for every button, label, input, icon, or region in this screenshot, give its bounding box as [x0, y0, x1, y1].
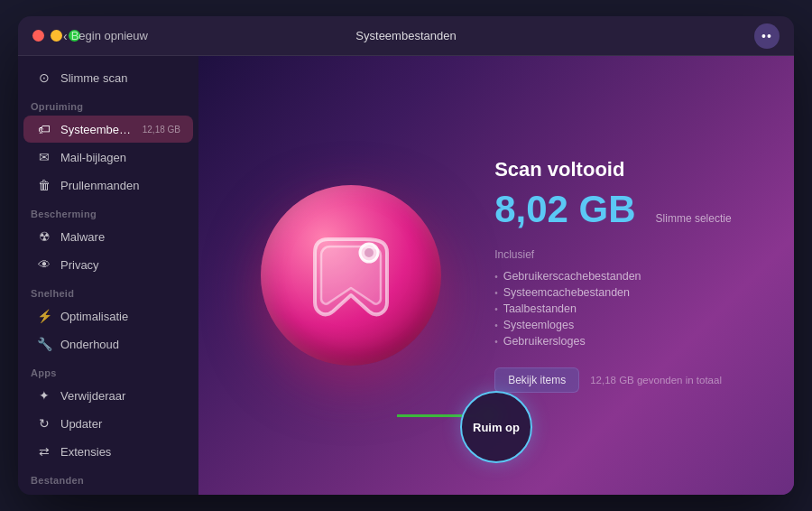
sidebar-item-onderhoud[interactable]: 🔧 Onderhoud: [23, 330, 193, 358]
inclusion-list: Gebruikerscachebestanden Systeemcachebes…: [494, 268, 731, 349]
uninstall-icon: ✦: [36, 387, 52, 404]
chevron-left-icon: ‹: [63, 29, 68, 43]
sidebar-item-label: Onderhoud: [60, 338, 180, 351]
list-item: Taalbestanden: [494, 301, 731, 317]
list-item: Gebruikersloges: [494, 333, 731, 349]
sidebar-item-updater[interactable]: ↻ Updater: [23, 410, 193, 437]
sidebar-item-verwijderaar[interactable]: ✦ Verwijderaar: [23, 382, 193, 409]
scan-complete-title: Scan voltooid: [494, 158, 731, 181]
sidebar-section-apps: Apps: [18, 358, 198, 381]
list-item: Systeemloges: [494, 317, 731, 333]
back-label: Begin opnieuw: [71, 29, 148, 42]
list-item: Systeemcachebestanden: [494, 284, 731, 301]
tag-svg-icon: [301, 221, 401, 330]
main-content: Scan voltooid 8,02 GB Slimme selectie In…: [198, 56, 794, 495]
action-row: Bekijk items 12,18 GB gevonden in totaal: [494, 367, 731, 393]
sidebar-item-prullenmanden[interactable]: 🗑 Prullenmanden: [23, 172, 193, 199]
sidebar-item-label: Malware: [60, 230, 180, 244]
sidebar-item-label: Updater: [60, 417, 180, 431]
smart-select-button[interactable]: Slimme selectie: [656, 212, 732, 225]
sidebar-item-label: Systeembestand...: [60, 123, 134, 136]
sidebar-section-bescherming: Bescherming: [18, 200, 198, 222]
titlebar: ‹ Begin opnieuw Systeembestanden ••: [18, 16, 794, 56]
scan-results-section: Scan voltooid 8,02 GB Slimme selectie In…: [494, 158, 731, 393]
app-window: ‹ Begin opnieuw Systeembestanden •• ⊙ Sl…: [18, 16, 794, 495]
bekijk-items-button[interactable]: Bekijk items: [494, 367, 579, 393]
sidebar-item-label: Optimalisatie: [60, 310, 180, 323]
update-icon: ↻: [36, 415, 52, 432]
sidebar-item-label: Slimme scan: [60, 71, 180, 85]
mail-icon: ✉: [36, 149, 52, 165]
app-icon-ball: [261, 185, 441, 366]
sidebar-item-mail-bijlagen[interactable]: ✉ Mail-bijlagen: [23, 144, 193, 171]
sidebar-item-ruimtezoeker[interactable]: ○ Ruimtezoeker: [23, 489, 193, 495]
size-row: 8,02 GB Slimme selectie: [494, 190, 731, 232]
sidebar-item-malware[interactable]: ☢ Malware: [23, 223, 193, 250]
malware-icon: ☢: [36, 228, 52, 245]
sidebar-item-label: Verwijderaar: [60, 389, 180, 403]
sidebar-section-opruiming: Opruiming: [18, 92, 198, 115]
sidebar-item-label: Extensies: [60, 445, 180, 459]
window-title: Systeembestanden: [355, 29, 456, 42]
cleanup-btn-container: Ruim op: [460, 391, 532, 463]
extensions-icon: ⇄: [36, 443, 52, 460]
sidebar-item-extensies[interactable]: ⇄ Extensies: [23, 438, 193, 465]
sidebar-item-label: Privacy: [60, 258, 180, 272]
scan-size-value: 8,02 GB: [494, 190, 635, 228]
sidebar-item-label: Prullenmanden: [60, 179, 180, 192]
wrench-icon: 🔧: [36, 336, 52, 352]
sidebar-item-optimalisatie[interactable]: ⚡ Optimalisatie: [23, 302, 193, 330]
list-item: Gebruikerscachebestanden: [494, 268, 731, 284]
speed-icon: ⚡: [36, 308, 52, 324]
more-options-button[interactable]: ••: [754, 23, 780, 49]
cleanup-button[interactable]: Ruim op: [460, 391, 532, 463]
sidebar-item-privacy[interactable]: 👁 Privacy: [23, 251, 193, 278]
app-icon-section: [261, 185, 441, 366]
minimize-button[interactable]: [51, 30, 62, 42]
sidebar-section-snelheid: Snelheid: [18, 279, 198, 302]
inclusief-label: Inclusief: [494, 248, 731, 261]
trash-icon: 🗑: [36, 177, 52, 193]
sidebar-item-badge: 12,18 GB: [143, 125, 180, 135]
back-button[interactable]: ‹ Begin opnieuw: [63, 29, 148, 43]
sidebar-item-slimme-scan[interactable]: ⊙ Slimme scan: [23, 64, 193, 91]
close-button[interactable]: [32, 30, 44, 42]
sidebar: ⊙ Slimme scan Opruiming 🏷 Systeembestand…: [18, 56, 198, 495]
scan-icon: ⊙: [36, 70, 52, 86]
sidebar-item-systeembestanden[interactable]: 🏷 Systeembestand... 12,18 GB: [23, 116, 193, 143]
privacy-icon: 👁: [36, 256, 52, 273]
window-body: ⊙ Slimme scan Opruiming 🏷 Systeembestand…: [18, 56, 794, 495]
tag-icon: 🏷: [36, 121, 52, 137]
found-text: 12,18 GB gevonden in totaal: [590, 375, 722, 386]
sidebar-section-bestanden: Bestanden: [18, 466, 198, 488]
sidebar-item-label: Mail-bijlagen: [60, 151, 180, 164]
